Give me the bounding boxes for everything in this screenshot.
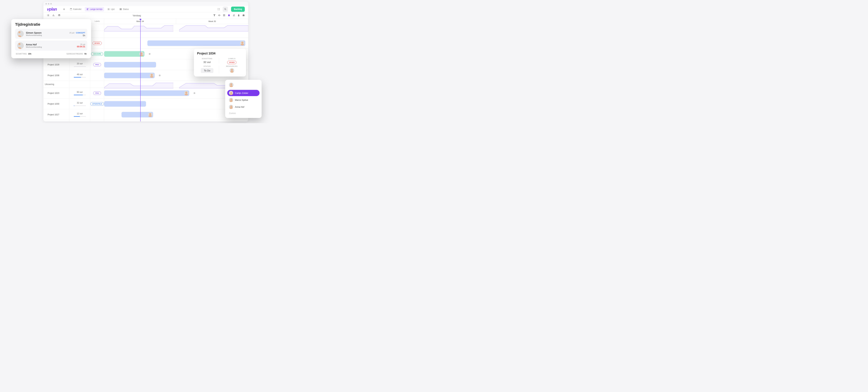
entry-role: Werkvoorbereiding — [26, 46, 75, 48]
resource-option[interactable]: Marco Spitse — [227, 97, 259, 103]
col-labels: Labels SPOED AKKOORD PRIO PRIO UITGESTEL… — [90, 19, 104, 122]
schatting-label: SCHATTING — [197, 58, 217, 60]
capacity-curve — [104, 81, 173, 89]
entry-name: Anna Hof — [26, 43, 75, 46]
label-prio: PRIO — [93, 91, 101, 95]
resource-picker-popover: Carlijn Zolder Marco Spitse Anna Hof Zoe… — [225, 80, 261, 118]
expand-icon — [218, 8, 220, 10]
resource-search[interactable]: Zoeken — [227, 111, 259, 116]
status-value[interactable]: To Do — [201, 68, 214, 73]
avatar — [229, 91, 233, 95]
resource-option[interactable]: Carlijn Zolder — [227, 90, 259, 96]
label-cell — [90, 109, 104, 120]
eye-icon[interactable] — [218, 14, 220, 17]
briefcase-icon[interactable] — [242, 14, 245, 17]
nav-label: Lange termijn — [90, 8, 102, 10]
label-spoed: SPOED — [93, 41, 102, 45]
hours-cell: 60 uur — [69, 88, 90, 99]
filter-icon[interactable] — [213, 14, 216, 17]
group-uitvoering[interactable]: Uitvoering — [43, 81, 69, 88]
grid-icon[interactable] — [223, 14, 225, 17]
task-bar[interactable] — [104, 73, 155, 78]
project-row[interactable]: Project 1030 — [43, 99, 69, 109]
expand-button[interactable] — [216, 7, 221, 12]
entry-hours: 5h — [69, 34, 85, 37]
avatar — [229, 105, 233, 109]
backlog-button[interactable]: Backlog — [231, 7, 245, 12]
entry-timer: 00:04:31 — [77, 45, 85, 48]
capacity-row — [104, 24, 248, 31]
entry-date: 25 juli — [69, 32, 74, 34]
label-cell — [90, 70, 104, 81]
nav-lange-termijn[interactable]: Lange termijn — [85, 7, 104, 11]
search-icon — [224, 8, 226, 10]
hours-cell: 32 uur — [69, 99, 90, 109]
avatar — [17, 31, 24, 37]
hours-value: 48 uur — [77, 73, 83, 76]
avatar — [229, 98, 233, 102]
now-indicator — [140, 19, 141, 122]
chart-icon[interactable] — [53, 14, 55, 17]
hours-cell: 20 uur — [69, 59, 90, 70]
puzzle-icon[interactable] — [228, 14, 230, 17]
logo: vplan — [47, 7, 57, 12]
schatting-label: SCHATTING — [16, 53, 27, 55]
time-registration-popover: Tijdregistratie Simon Spoon Werkvoorbere… — [11, 19, 91, 58]
search-button[interactable] — [223, 7, 228, 12]
geregistreerd-label: GEREGISTREERD — [66, 53, 83, 55]
tag-icon[interactable] — [238, 14, 240, 17]
hours-cell: 12 uur — [69, 109, 90, 120]
resource-option[interactable]: Anna Hof — [227, 104, 259, 110]
label-cell: UITGESTELD — [90, 99, 104, 109]
today-label[interactable]: Vandaag — [60, 14, 213, 17]
project-row[interactable]: Project 1036 — [43, 70, 69, 81]
week-35: Week 35 — [176, 19, 248, 24]
add-button[interactable] — [61, 7, 67, 12]
time-entry[interactable]: Anna Hof Werkvoorbereiding 25 juli 00:04… — [15, 41, 87, 51]
nav-status[interactable]: Status — [118, 7, 130, 11]
window-controls — [43, 2, 248, 6]
users-icon[interactable] — [232, 14, 235, 17]
avatar — [240, 41, 245, 45]
avatar — [184, 91, 189, 95]
label-akkoord: AKKOORD — [91, 52, 103, 56]
nav-label: Status — [123, 8, 129, 10]
label-cell: SPOED — [90, 38, 104, 48]
layers-icon[interactable] — [58, 14, 60, 17]
label-uitgesteld: UITGESTELD — [90, 102, 104, 106]
toolbar: Vandaag — [43, 12, 248, 19]
timeline-row[interactable] — [104, 38, 248, 48]
avatar — [17, 42, 24, 49]
task-bar[interactable] — [104, 51, 145, 57]
project-row[interactable]: Project 1023 — [43, 88, 69, 99]
hours-value: 20 uur — [77, 62, 83, 65]
labels-label: LABELS — [221, 58, 243, 60]
time-entry[interactable]: Simon Spoon Werkvoorbereiding 25 juli CO… — [15, 29, 87, 39]
schatting-value: 32 uur — [197, 61, 217, 64]
nav-label: Lijst — [111, 8, 115, 10]
avatar — [148, 112, 152, 117]
label-spoed: SPOED — [227, 61, 237, 64]
week-header: Week 34 Week 35 — [104, 19, 248, 24]
label-cell: PRIO — [90, 59, 104, 70]
nav-kalender[interactable]: Kalender — [68, 7, 83, 11]
task-dot — [159, 74, 161, 76]
project-row[interactable]: Project 1027 — [43, 109, 69, 120]
geregistreerd-value: 5h — [84, 53, 87, 55]
calendar-icon — [70, 8, 72, 10]
project-detail-popover: Project 1034 SCHATTING 32 uur LABELS SPO… — [194, 48, 246, 76]
task-bar[interactable] — [104, 62, 156, 67]
project-row[interactable]: Project 1029 — [43, 59, 69, 70]
avatar — [139, 52, 144, 56]
task-bar[interactable] — [122, 112, 153, 118]
resource-name: Carlijn Zolder — [235, 92, 248, 94]
resource-avatar[interactable] — [230, 68, 234, 73]
toggle-list-icon[interactable] — [47, 14, 49, 17]
task-bar[interactable] — [104, 90, 189, 96]
nav-lijst[interactable]: Lijst — [105, 7, 116, 11]
task-bar[interactable] — [147, 40, 245, 46]
resources-label: RESOURCES — [221, 65, 243, 67]
task-bar[interactable] — [104, 101, 146, 107]
status-label: STATUS — [197, 65, 217, 67]
entry-name: Simon Spoon — [26, 31, 67, 34]
